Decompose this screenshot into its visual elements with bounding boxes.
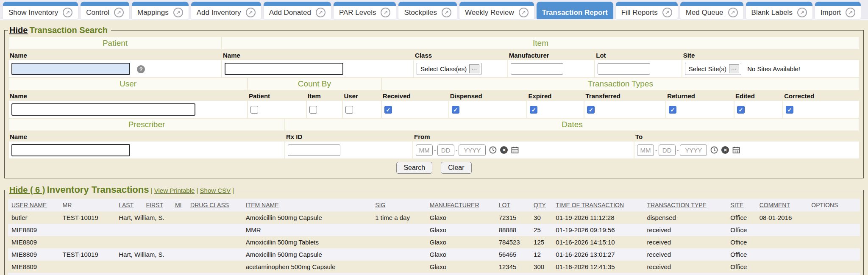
item-name-label: Name: [222, 50, 413, 60]
cell-type: received: [643, 273, 727, 275]
type-edited-label: Edited: [734, 90, 782, 100]
col-last[interactable]: LAST: [115, 199, 142, 211]
col-manufacturer[interactable]: MANUFACTURER: [426, 199, 495, 211]
user-name-input[interactable]: [11, 103, 195, 116]
view-printable-link[interactable]: View Printable: [154, 187, 195, 194]
clock-icon[interactable]: [710, 146, 718, 154]
col-time-of-transaction[interactable]: TIME OF TRANSACTION: [552, 199, 643, 211]
tab-transaction-report[interactable]: Transaction Report: [537, 2, 613, 19]
select-classes-button[interactable]: Select Class(es) ...: [417, 63, 481, 75]
tab-fill-reports[interactable]: Fill Reports↗: [616, 2, 678, 19]
external-link-icon[interactable]: ↗: [173, 8, 183, 17]
tab-weekly-review[interactable]: Weekly Review↗: [459, 2, 534, 19]
patient-name-input[interactable]: [11, 63, 130, 75]
clock-icon[interactable]: [489, 146, 497, 154]
type-dispensed-checkbox[interactable]: ✓: [452, 106, 459, 114]
manufacturer-input[interactable]: [511, 63, 563, 75]
col-mi[interactable]: MI: [172, 199, 187, 211]
col-transaction-type[interactable]: TRANSACTION TYPE: [643, 199, 727, 211]
tab-show-inventory[interactable]: Show Inventory↗: [3, 2, 78, 19]
type-received-checkbox[interactable]: ✓: [384, 106, 392, 114]
external-link-icon[interactable]: ↗: [246, 8, 256, 17]
count-by-item-checkbox[interactable]: [309, 106, 317, 114]
tab-stockpiles[interactable]: Stockpiles↗: [398, 2, 456, 19]
tab-add-inventory[interactable]: Add Inventory↗: [191, 2, 261, 19]
to-month-input[interactable]: [637, 144, 654, 156]
ellipsis-icon[interactable]: ...: [729, 64, 739, 73]
count-by-item-label: Item: [307, 90, 342, 100]
table-row: MIE8809 MMR Glaxo 88888 25 01-19-2026 09…: [8, 224, 860, 236]
cell-sig: [372, 224, 426, 236]
col-drug-class[interactable]: DRUG CLASS: [187, 199, 242, 211]
col-comment[interactable]: COMMENT: [756, 199, 808, 211]
external-link-icon[interactable]: ↗: [63, 8, 72, 17]
tab-add-donated[interactable]: Add Donated↗: [264, 2, 331, 19]
search-grid-patient-item: Patient Item Name Name Class Manufacture…: [8, 37, 860, 78]
external-link-icon[interactable]: ↗: [316, 8, 326, 17]
search-button[interactable]: Search: [396, 162, 432, 174]
tab-control[interactable]: Control↗: [81, 2, 129, 19]
external-link-icon[interactable]: ↗: [114, 8, 124, 17]
count-by-user-checkbox[interactable]: [345, 106, 353, 114]
to-year-input[interactable]: [680, 144, 707, 156]
type-returned-checkbox[interactable]: ✓: [669, 106, 676, 114]
tab-blank-labels[interactable]: Blank Labels↗: [746, 2, 812, 19]
external-link-icon[interactable]: ↗: [519, 8, 529, 17]
tab-label: Mappings: [137, 8, 169, 17]
calendar-icon[interactable]: [732, 146, 740, 154]
legend-separator: |: [232, 187, 234, 194]
external-link-icon[interactable]: ↗: [846, 8, 855, 17]
hide-transactions-link[interactable]: Hide ( 6 ): [9, 185, 45, 194]
type-corrected-checkbox[interactable]: ✓: [786, 106, 793, 114]
clear-date-icon[interactable]: ✕: [500, 146, 508, 154]
rx-id-input[interactable]: [288, 144, 340, 156]
lot-input[interactable]: [598, 63, 650, 75]
col-first[interactable]: FIRST: [143, 199, 172, 211]
col-qty[interactable]: QTY: [530, 199, 552, 211]
clear-date-icon[interactable]: ✕: [721, 146, 729, 154]
tab-med-queue[interactable]: Med Queue↗: [680, 2, 743, 19]
select-sites-button[interactable]: Select Site(s) ...: [685, 63, 741, 75]
hide-search-link[interactable]: Hide: [9, 25, 28, 35]
calendar-icon[interactable]: [511, 146, 519, 154]
tab-mappings[interactable]: Mappings↗: [132, 2, 189, 19]
cell-type: received: [643, 224, 727, 236]
cell-site: Office: [727, 236, 756, 248]
col-site[interactable]: SITE: [727, 199, 756, 211]
count-by-patient-checkbox[interactable]: [250, 106, 258, 114]
external-link-icon[interactable]: ↗: [797, 8, 807, 17]
user-section-header: User: [9, 78, 247, 90]
prescriber-name-input[interactable]: [11, 144, 130, 156]
type-edited-checkbox[interactable]: ✓: [737, 106, 745, 114]
tab-label: Add Donated: [269, 8, 311, 17]
external-link-icon[interactable]: ↗: [728, 8, 738, 17]
from-month-input[interactable]: [416, 144, 433, 156]
col-sig[interactable]: SIG: [372, 199, 426, 211]
from-year-input[interactable]: [459, 144, 486, 156]
type-dispensed-label: Dispensed: [449, 90, 527, 100]
help-icon[interactable]: ?: [137, 65, 145, 73]
type-transferred-checkbox[interactable]: ✓: [587, 106, 595, 114]
col-lot[interactable]: LOT: [495, 199, 530, 211]
cell-qty: 30: [530, 211, 552, 224]
table-row: mie Amoxicillin 500mg Capsule Glaxo 7231…: [8, 273, 860, 275]
col-user-name[interactable]: USER NAME: [8, 199, 59, 211]
from-day-input[interactable]: [437, 144, 454, 156]
cell-lot: 72315: [495, 273, 530, 275]
tab-import[interactable]: Import↗: [815, 2, 861, 19]
type-expired-checkbox[interactable]: ✓: [530, 106, 537, 114]
ellipsis-icon[interactable]: ...: [469, 64, 479, 73]
to-day-input[interactable]: [659, 144, 676, 156]
col-item-name[interactable]: ITEM NAME: [242, 199, 372, 211]
cell-time: 01-16-2026 13:01:27: [552, 248, 643, 261]
item-name-input[interactable]: [225, 63, 343, 75]
cell-mr: TEST-10019: [59, 248, 116, 261]
external-link-icon[interactable]: ↗: [662, 8, 672, 17]
tab-label: PAR Levels: [339, 8, 376, 17]
show-csv-link[interactable]: Show CSV: [200, 187, 231, 194]
tab-label: Transaction Report: [542, 8, 608, 17]
external-link-icon[interactable]: ↗: [381, 8, 390, 17]
tab-par-levels[interactable]: PAR Levels↗: [334, 2, 396, 19]
clear-button[interactable]: Clear: [441, 162, 471, 174]
external-link-icon[interactable]: ↗: [442, 8, 451, 17]
